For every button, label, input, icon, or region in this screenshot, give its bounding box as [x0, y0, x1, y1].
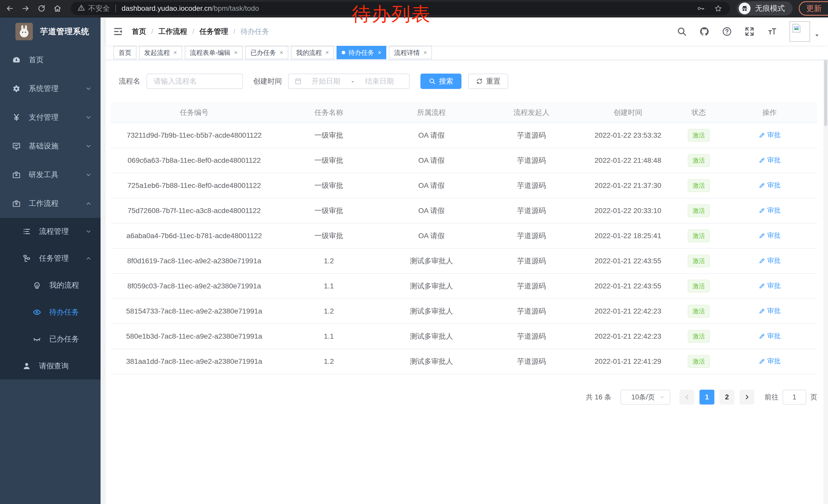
browser-menu-icon[interactable]	[827, 5, 828, 12]
bookmark-star-icon[interactable]	[713, 3, 723, 13]
date-range-picker[interactable]: 开始日期 - 结束日期	[288, 74, 410, 89]
close-tab-icon[interactable]: ×	[173, 49, 177, 56]
approve-button[interactable]: 审批	[758, 357, 781, 366]
workflow-submenu: 流程管理 任务管理	[0, 218, 100, 379]
tab-done-tasks[interactable]: 已办任务 ×	[245, 46, 288, 59]
screen: 不安全 dashboard.yudao.iocoder.cn /bpm/task…	[0, 0, 828, 504]
page-button-2[interactable]: 2	[719, 390, 734, 405]
cell-task-name: 1.1	[278, 274, 380, 299]
page-button-1[interactable]: 1	[700, 390, 714, 405]
avatar[interactable]	[790, 21, 810, 42]
tab-home[interactable]: 首页	[113, 46, 136, 59]
cell-task-id: 381aa1dd-7ac8-11ec-a9e2-a2380e71991a	[111, 349, 278, 374]
sidebar-item-system[interactable]: 系统管理	[0, 74, 100, 103]
prev-page-button[interactable]	[679, 390, 694, 405]
sidebar-item-label: 基础设施	[29, 141, 58, 151]
reload-icon[interactable]	[35, 2, 48, 15]
help-icon[interactable]	[721, 26, 733, 38]
tab-todo-tasks[interactable]: 待办任务 ×	[336, 46, 386, 59]
close-tab-icon[interactable]: ×	[234, 49, 238, 56]
sidebar-item-leave-query[interactable]: 请假查询	[0, 353, 100, 379]
next-page-button[interactable]	[740, 390, 754, 405]
approve-button[interactable]: 审批	[758, 155, 781, 165]
security-label[interactable]: 不安全	[88, 4, 110, 13]
fullscreen-icon[interactable]	[743, 26, 756, 38]
sidebar-item-devtools[interactable]: 研发工具	[0, 161, 100, 189]
forward-icon[interactable]	[19, 2, 32, 15]
status-badge: 激活	[688, 129, 710, 142]
cell-created: 2022-01-21 22:42:23	[580, 299, 676, 324]
chevron-down-icon	[85, 114, 92, 121]
approve-button[interactable]: 审批	[758, 256, 781, 265]
tab-my-process[interactable]: 我的流程 ×	[291, 46, 334, 59]
pagination-total: 共 16 条	[586, 393, 611, 402]
sidebar-item-todo-tasks[interactable]: 待办任务	[0, 299, 100, 326]
sidebar-item-task-management[interactable]: 任务管理	[0, 245, 100, 272]
close-tab-icon[interactable]: ×	[423, 49, 427, 56]
tab-process-detail[interactable]: 流程详情 ×	[389, 46, 432, 59]
sidebar-item-payment[interactable]: 支付管理	[0, 103, 100, 132]
cell-initiator: 芋道源码	[483, 274, 580, 299]
github-icon[interactable]	[698, 26, 710, 38]
list-icon	[22, 227, 31, 236]
approve-button[interactable]: 审批	[758, 131, 781, 139]
password-key-icon[interactable]	[696, 3, 706, 13]
table-row: 580e1b3d-7ac8-11ec-a9e2-a2380e71991a 1.1…	[111, 324, 817, 349]
approve-button[interactable]: 审批	[758, 331, 781, 340]
home-icon[interactable]	[51, 2, 64, 15]
table-row: 58154733-7ac8-11ec-a9e2-a2380e71991a 1.2…	[111, 299, 817, 324]
cell-task-id: 8f059c03-7ac8-11ec-a9e2-a2380e71991a	[111, 274, 278, 299]
sidebar-item-home[interactable]: 首页	[0, 46, 100, 74]
goto-suffix: 页	[810, 393, 817, 402]
approve-button[interactable]: 审批	[758, 231, 781, 240]
approve-button[interactable]: 审批	[758, 281, 781, 290]
cell-process: 测试多审批人	[380, 349, 483, 374]
breadcrumb-task-management[interactable]: 任务管理	[200, 27, 228, 36]
caret-down-icon[interactable]	[814, 33, 820, 38]
page-scrollbar[interactable]	[823, 17, 828, 504]
tab-process-form-edit[interactable]: 流程表单-编辑 ×	[185, 46, 243, 59]
pagination: 共 16 条 10条/页 1 2 前往 页	[111, 390, 817, 405]
browser-update-button[interactable]: 更新	[799, 1, 828, 16]
sidebar-toggle-icon[interactable]	[112, 26, 124, 37]
sidebar-item-done-tasks[interactable]: 已办任务	[0, 326, 100, 353]
cell-process: OA 请假	[380, 223, 483, 248]
process-name-input[interactable]	[147, 74, 243, 89]
cell-process: OA 请假	[380, 198, 483, 223]
sidebar-item-my-process[interactable]: 我的流程	[0, 272, 100, 299]
text-size-icon[interactable]	[766, 26, 778, 38]
address-divider	[115, 5, 116, 12]
approve-button[interactable]: 审批	[758, 306, 781, 315]
goto-page-input[interactable]	[783, 390, 806, 405]
status-badge: 激活	[688, 330, 710, 343]
cell-created: 2022-01-22 21:48:48	[580, 148, 676, 173]
sidebar-item-infrastructure[interactable]: 基础设施	[0, 132, 100, 161]
reset-button[interactable]: 重置	[468, 74, 508, 89]
cell-process: OA 请假	[380, 148, 483, 173]
search-button[interactable]: 搜索	[420, 74, 461, 89]
edit-pen-icon	[758, 207, 765, 214]
header-search-icon[interactable]	[676, 26, 688, 38]
close-tab-icon[interactable]: ×	[280, 49, 283, 56]
close-tab-icon[interactable]: ×	[378, 49, 381, 56]
table-body: 73211d9d-7b9b-11ec-b5b7-acde48001122 一级审…	[111, 123, 817, 374]
table-row: 75d72608-7b7f-11ec-a3c8-acde48001122 一级审…	[111, 198, 817, 223]
sidebar-item-process-management[interactable]: 流程管理	[0, 218, 100, 245]
page-size-select[interactable]: 10条/页	[620, 390, 670, 405]
tab-start-process[interactable]: 发起流程 ×	[139, 46, 182, 59]
sidebar: 芋道管理系统 首页 系统管理	[0, 17, 100, 504]
approve-button[interactable]: 审批	[758, 206, 781, 215]
sidebar-scrollbar[interactable]	[100, 17, 106, 504]
cell-created: 2022-01-22 21:37:30	[580, 173, 676, 198]
sidebar-item-workflow[interactable]: 工作流程	[0, 189, 100, 218]
gear-icon	[12, 84, 21, 93]
column-header-initiator: 流程发起人	[483, 102, 580, 123]
edit-pen-icon	[758, 232, 765, 239]
end-date-placeholder: 结束日期	[356, 77, 404, 86]
approve-button[interactable]: 审批	[758, 181, 781, 190]
breadcrumb-home[interactable]: 首页	[132, 27, 146, 36]
breadcrumb-workflow[interactable]: 工作流程	[159, 27, 187, 36]
close-tab-icon[interactable]: ×	[325, 49, 329, 56]
back-icon[interactable]	[4, 2, 16, 15]
sidebar-logo[interactable]: 芋道管理系统	[0, 17, 100, 46]
